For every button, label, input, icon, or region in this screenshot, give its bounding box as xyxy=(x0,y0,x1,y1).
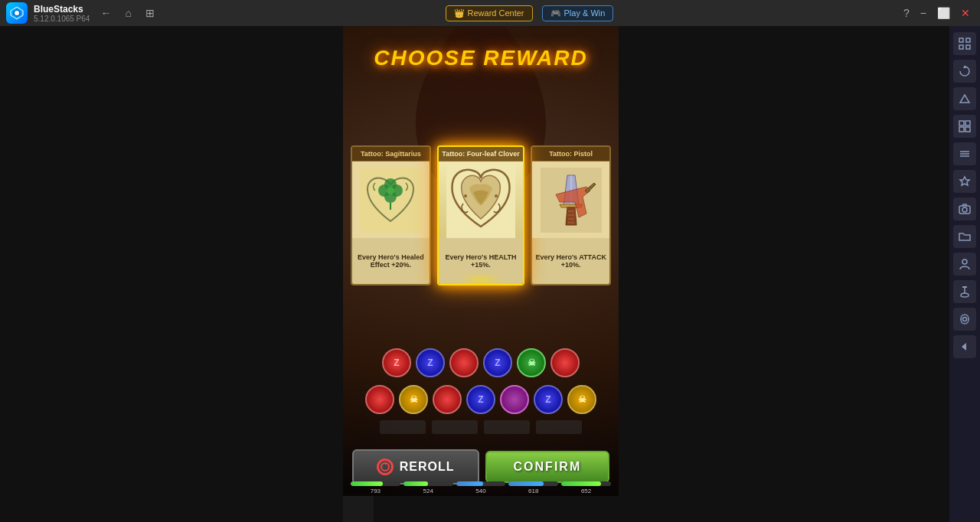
reward-card-clover[interactable]: Tattoo: Four-leaf Clover xyxy=(437,145,525,285)
svg-marker-38 xyxy=(960,177,969,185)
sidebar-icon-person[interactable] xyxy=(953,253,976,276)
sidebar-icon-brush[interactable] xyxy=(953,280,976,303)
close-button[interactable]: ✕ xyxy=(957,5,974,21)
sidebar-icon-back[interactable] xyxy=(953,335,976,358)
card-glow xyxy=(458,276,504,284)
token-red-3[interactable] xyxy=(550,348,580,377)
progress-item-2: 524 xyxy=(403,481,453,494)
left-panel xyxy=(0,26,343,522)
right-sidebar xyxy=(949,26,980,522)
back-button[interactable]: ← xyxy=(96,5,116,21)
reroll-icon xyxy=(377,458,394,475)
progress-label-2: 524 xyxy=(403,488,453,494)
svg-point-40 xyxy=(962,207,967,212)
app-info: BlueStacks 5.12.0.1065 P64 xyxy=(34,4,90,23)
restore-button[interactable]: ⬜ xyxy=(933,5,954,21)
top-bar: BlueStacks 5.12.0.1065 P64 ← ⌂ ⊞ 👑 Rewar… xyxy=(0,0,980,26)
token-green-1[interactable]: ☠ xyxy=(517,348,546,377)
sidebar-icon-settings[interactable] xyxy=(953,308,976,331)
top-bar-center: 👑 Reward Center 🎮 Play & Win xyxy=(446,5,614,21)
progress-label-5: 652 xyxy=(561,488,611,494)
token-red-4[interactable] xyxy=(365,385,394,414)
top-bar-left: BlueStacks 5.12.0.1065 P64 ← ⌂ ⊞ xyxy=(6,2,159,24)
card-desc-sagittarius: Every Hero's Healed Effect +20%. xyxy=(352,238,430,284)
svg-marker-45 xyxy=(962,343,966,351)
reward-center-button[interactable]: 👑 Reward Center xyxy=(446,5,533,21)
svg-point-17 xyxy=(495,194,498,197)
token-row-2: ☠ Z Z ☠ xyxy=(351,385,611,414)
app-name: BlueStacks xyxy=(34,4,90,15)
sidebar-icon-camera[interactable] xyxy=(953,197,976,220)
card-title-pistol: Tattoo: Pistol xyxy=(532,147,609,161)
play-win-label: Play & Win xyxy=(564,8,606,18)
sidebar-icon-rotate[interactable] xyxy=(953,60,976,83)
sidebar-icon-star[interactable] xyxy=(953,170,976,193)
progress-item-3: 540 xyxy=(456,481,506,494)
svg-rect-26 xyxy=(966,38,970,42)
reroll-button[interactable]: REROLL xyxy=(352,449,479,484)
svg-rect-27 xyxy=(959,45,963,49)
svg-rect-28 xyxy=(966,45,970,49)
sidebar-icon-layers[interactable] xyxy=(953,142,976,165)
reward-card-pistol[interactable]: Tattoo: Pistol xyxy=(531,145,611,285)
svg-rect-25 xyxy=(959,38,963,42)
card-title-sagittarius: Tattoo: Sagittarius xyxy=(352,147,430,161)
svg-rect-31 xyxy=(959,121,964,126)
token-red-5[interactable] xyxy=(433,385,462,414)
app-version: 5.12.0.1065 P64 xyxy=(34,15,90,23)
svg-marker-30 xyxy=(960,95,969,103)
home-button[interactable]: ⌂ xyxy=(120,5,136,21)
reward-center-label: Reward Center xyxy=(468,8,524,18)
multi-button[interactable]: ⊞ xyxy=(141,5,159,21)
play-win-button[interactable]: 🎮 Play & Win xyxy=(542,5,614,21)
svg-rect-32 xyxy=(965,121,970,126)
token-blue-1[interactable]: Z xyxy=(416,348,445,377)
reward-title: CHOOSE REWARD xyxy=(374,46,588,70)
progress-item-4: 618 xyxy=(508,481,558,494)
sidebar-icon-fullscreen[interactable] xyxy=(953,32,976,55)
svg-point-44 xyxy=(963,318,967,321)
help-button[interactable]: ? xyxy=(900,5,913,21)
progress-label-3: 540 xyxy=(456,488,506,494)
action-bar: REROLL CONFIRM xyxy=(343,449,619,484)
svg-point-2 xyxy=(15,11,19,15)
token-red-1[interactable]: Z xyxy=(382,348,411,377)
reroll-label: REROLL xyxy=(400,460,455,474)
token-yellow-1[interactable]: ☠ xyxy=(399,385,428,414)
progress-label-4: 618 xyxy=(508,488,558,494)
progress-item-5: 652 xyxy=(561,481,611,494)
svg-point-13 xyxy=(387,187,394,194)
card-image-clover xyxy=(439,161,524,238)
progress-bars: 793 524 540 618 652 xyxy=(351,481,611,494)
token-blue-3[interactable]: Z xyxy=(466,385,495,414)
reward-card-sagittarius[interactable]: Tattoo: Sagittarius xyxy=(351,145,431,285)
sidebar-icon-up[interactable] xyxy=(953,87,976,110)
game-viewport: 3 CHOOSE REWARD Tattoo: Sagittarius xyxy=(343,0,619,496)
svg-point-41 xyxy=(962,259,967,264)
card-image-sagittarius xyxy=(352,161,430,238)
top-bar-right: ? − ⬜ ✕ xyxy=(900,5,974,21)
cards-container: Tattoo: Sagittarius xyxy=(351,145,611,285)
svg-rect-34 xyxy=(965,127,970,132)
token-red-2[interactable] xyxy=(449,348,479,377)
sidebar-icon-folder[interactable] xyxy=(953,225,976,248)
token-blue-4[interactable]: Z xyxy=(534,385,563,414)
minimize-button[interactable]: − xyxy=(916,5,930,21)
card-title-clover: Tattoo: Four-leaf Clover xyxy=(439,147,524,161)
token-row-1: Z Z Z ☠ xyxy=(351,348,611,377)
top-bar-nav: ← ⌂ ⊞ xyxy=(96,5,158,21)
reward-center-icon: 👑 xyxy=(454,8,465,18)
token-yellow-2[interactable]: ☠ xyxy=(567,385,596,414)
svg-point-16 xyxy=(464,194,467,197)
bluestacks-logo xyxy=(6,2,28,24)
token-row-3 xyxy=(366,420,596,434)
token-blue-2[interactable]: Z xyxy=(483,348,512,377)
progress-label-1: 793 xyxy=(351,488,400,494)
play-win-icon: 🎮 xyxy=(550,8,561,18)
token-purple-1[interactable] xyxy=(500,385,529,414)
progress-item-1: 793 xyxy=(351,481,400,494)
confirm-button[interactable]: CONFIRM xyxy=(485,451,610,483)
card-image-pistol xyxy=(532,161,609,238)
sidebar-icon-grid[interactable] xyxy=(953,115,976,138)
svg-point-18 xyxy=(479,175,482,178)
